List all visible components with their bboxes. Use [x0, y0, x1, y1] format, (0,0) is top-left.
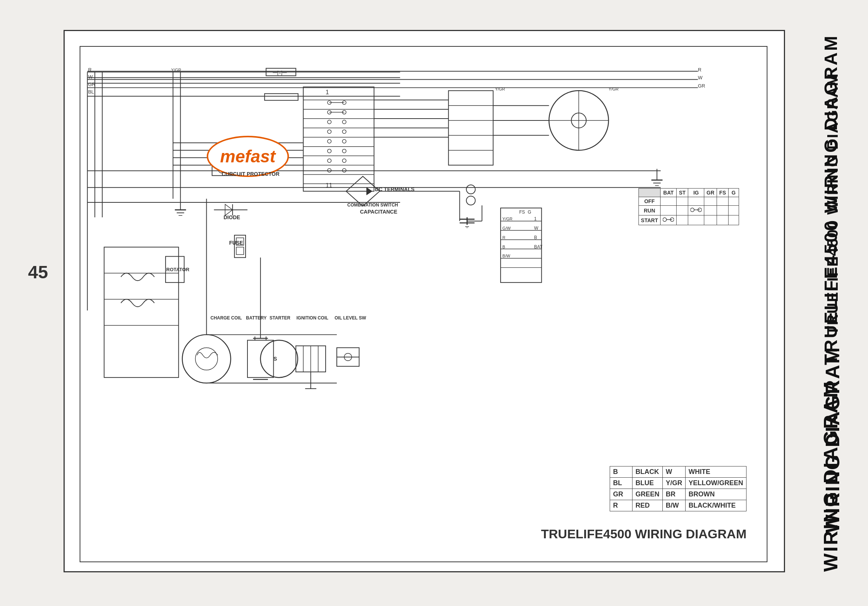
- label-combination-switch: COMBINATION SWITCH: [347, 202, 398, 208]
- svg-text:G: G: [528, 210, 531, 215]
- svg-marker-86: [367, 187, 372, 195]
- color-r: R: [610, 500, 632, 511]
- svg-rect-43: [449, 90, 493, 165]
- label-dc-terminals: DC TERMINALS: [375, 186, 415, 192]
- svg-text:R: R: [88, 67, 91, 73]
- label-oil-level-sw: OIL LEVEL SW: [335, 315, 366, 320]
- color-black: BLACK: [632, 466, 662, 478]
- svg-text:W: W: [534, 225, 539, 231]
- svg-point-130: [183, 335, 231, 383]
- svg-rect-124: [236, 247, 244, 255]
- svg-text:FS: FS: [519, 210, 525, 215]
- svg-text:GR: GR: [88, 82, 95, 87]
- color-blue: BLUE: [632, 478, 662, 489]
- svg-text:—[=]—: —[=]—: [273, 70, 287, 75]
- svg-point-36: [343, 149, 346, 153]
- svg-text:BL: BL: [88, 89, 94, 95]
- wiring-diagram-title: TRUELIFE4500 WIRING DIAGRAM: [541, 527, 747, 541]
- color-yellow-green: YELLOW/GREEN: [685, 478, 746, 489]
- diagram-area: 1 11: [64, 30, 785, 572]
- svg-text:1: 1: [326, 89, 329, 95]
- label-battery: BATTERY: [246, 315, 267, 320]
- svg-text:G/W: G/W: [502, 226, 511, 230]
- page-container: 45 TRUELIFE4500 WIRING DIAGRAM WIRING DI…: [0, 0, 868, 606]
- svg-text:Y/GR: Y/GR: [495, 87, 505, 91]
- svg-point-132: [260, 340, 298, 378]
- svg-text:1: 1: [534, 216, 537, 221]
- svg-text:B/W: B/W: [502, 253, 510, 258]
- sidebar-title-truelife: TRUELIFE4500 WIRING DIAGRAM: [820, 34, 841, 365]
- svg-text:B: B: [502, 245, 505, 249]
- color-ygr: Y/GR: [662, 478, 685, 489]
- svg-text:ROTATOR: ROTATOR: [166, 267, 189, 272]
- svg-point-35: [327, 149, 331, 153]
- color-white: WHITE: [685, 466, 746, 478]
- svg-text:Y/GR: Y/GR: [609, 87, 618, 91]
- label-capacitance: CAPACITANCE: [360, 209, 397, 215]
- combination-switch-table: BAT ST IG GR FS G OFF RUN: [639, 188, 739, 225]
- label-circuit-protector: CURCUIT PROTECTOR: [222, 171, 280, 177]
- label-charge-coil: CHARGE COIL: [211, 315, 242, 320]
- svg-point-161: [690, 208, 694, 212]
- sidebar-container: TRUELIFE4500 WIRING DIAGRAM WIRING DIAGR…: [797, 0, 864, 606]
- color-red: RED: [632, 500, 662, 511]
- color-bl: BL: [610, 478, 632, 489]
- svg-point-32: [343, 130, 346, 134]
- page-number: 45: [28, 262, 48, 283]
- label-diode: DIODE: [223, 214, 240, 220]
- svg-text:BAT: BAT: [534, 244, 543, 250]
- mefast-text: mefast: [220, 146, 276, 166]
- svg-point-38: [343, 159, 346, 163]
- sidebar-title-wiring: WIRING DIAGRAM: [819, 380, 842, 572]
- svg-text:W: W: [88, 74, 93, 80]
- svg-point-37: [327, 159, 331, 163]
- color-gr: GR: [610, 489, 632, 500]
- svg-point-164: [663, 218, 666, 221]
- label-starter: STARTER: [270, 315, 290, 320]
- color-black-white: BLACK/WHITE: [685, 500, 746, 511]
- svg-text:Y/GR: Y/GR: [171, 68, 181, 72]
- svg-text:R: R: [698, 67, 701, 73]
- svg-rect-66: [265, 93, 298, 100]
- color-b: B: [610, 466, 632, 478]
- color-green: GREEN: [632, 489, 662, 500]
- svg-point-131: [195, 348, 218, 370]
- svg-point-33: [327, 140, 331, 143]
- svg-point-34: [343, 140, 346, 143]
- color-w: W: [662, 466, 685, 478]
- svg-point-95: [467, 196, 476, 205]
- svg-text:GR: GR: [698, 83, 705, 89]
- svg-point-30: [343, 120, 346, 124]
- svg-text:Y/GR: Y/GR: [502, 217, 513, 221]
- svg-point-29: [327, 120, 331, 124]
- label-ignition-coil: IGNITION COIL: [296, 315, 328, 320]
- color-legend-table: B BLACK W WHITE BL BLUE Y/GR YELLOW/GREE…: [610, 466, 747, 511]
- color-br: BR: [662, 489, 685, 500]
- svg-point-31: [327, 130, 331, 134]
- svg-text:S: S: [274, 356, 277, 362]
- color-bw: B/W: [662, 500, 685, 511]
- svg-text:R: R: [502, 235, 505, 240]
- label-fuse: FUSE: [229, 240, 243, 246]
- svg-text:W: W: [698, 75, 703, 81]
- color-brown: BROWN: [685, 489, 746, 500]
- svg-point-94: [467, 185, 476, 194]
- svg-text:B: B: [534, 235, 537, 240]
